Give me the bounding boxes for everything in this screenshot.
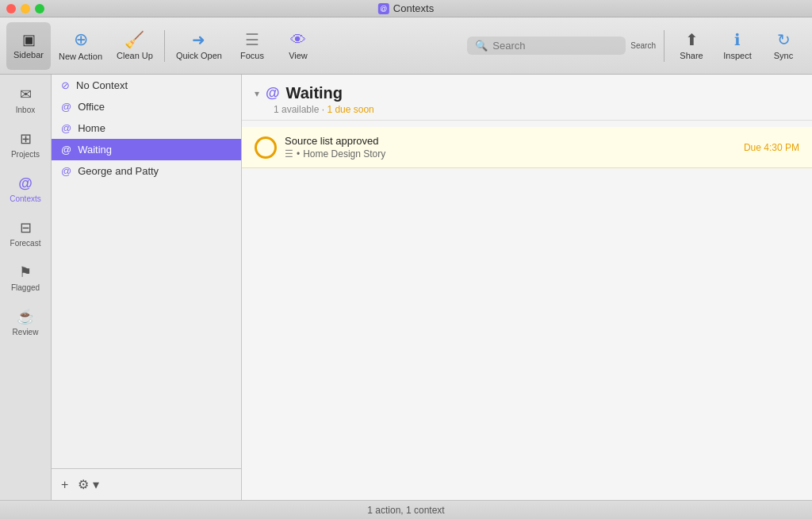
title-bar: @ Contexts: [0, 0, 812, 17]
context-list-spacer: [52, 182, 241, 468]
clean-up-label: Clean Up: [117, 51, 153, 60]
sync-label: Sync: [774, 51, 793, 60]
maximize-button[interactable]: [35, 4, 44, 13]
window-controls[interactable]: [6, 4, 44, 13]
contexts-label: Contexts: [10, 194, 40, 203]
note-icon: ☰: [285, 148, 293, 160]
sidebar-item-projects[interactable]: ⊞ Projects: [3, 122, 48, 167]
sync-icon: ↻: [777, 32, 791, 48]
sidebar-item-contexts[interactable]: @ Contexts: [3, 167, 48, 211]
task-due: Due 4:30 PM: [744, 142, 799, 153]
clean-up-button[interactable]: 🧹 Clean Up: [110, 22, 159, 70]
contexts-icon: @: [18, 175, 33, 192]
app-title: Contexts: [393, 2, 434, 14]
search-icon: 🔍: [475, 40, 488, 52]
context-item-waiting[interactable]: @ Waiting: [52, 139, 241, 160]
context-list-bottom: + ⚙ ▾: [52, 468, 241, 500]
add-context-button[interactable]: +: [58, 476, 71, 494]
projects-icon: ⊞: [20, 130, 32, 148]
new-action-label: New Action: [59, 52, 102, 61]
context-subtitle: 1 available · 1 due soon: [255, 104, 799, 115]
inspect-icon: ℹ: [734, 32, 741, 48]
quick-open-icon: ➜: [192, 32, 205, 48]
sync-button[interactable]: ↻ Sync: [761, 22, 806, 70]
task-list: Source list approved ☰ • Home Design Sto…: [242, 121, 812, 500]
focus-icon: ☰: [245, 32, 259, 48]
task-project: •: [297, 148, 300, 160]
no-context-icon: ⊘: [61, 79, 70, 91]
task-subtitle-text: Home Design Story: [303, 148, 385, 160]
sidebar-item-forecast[interactable]: ⊟ Forecast: [3, 211, 48, 256]
focus-label: Focus: [240, 51, 264, 60]
main-content: ▾ @ Waiting 1 available · 1 due soon Sou…: [242, 75, 812, 500]
sidebar-button[interactable]: ▣ Sidebar: [6, 22, 51, 70]
office-icon: @: [61, 101, 71, 113]
context-at-icon: @: [266, 85, 280, 102]
share-label: Share: [680, 51, 703, 60]
status-bar: 1 action, 1 context: [0, 500, 812, 519]
clean-up-icon: 🧹: [124, 32, 144, 48]
sidebar-item-review[interactable]: ☕ Review: [3, 300, 48, 344]
share-button[interactable]: ⬆ Share: [669, 22, 714, 70]
toolbar: ▣ Sidebar ⊕ New Action 🧹 Clean Up ➜ Quic…: [0, 17, 812, 75]
task-subtitle: ☰ • Home Design Story: [285, 148, 736, 160]
sidebar-icon: ▣: [22, 33, 36, 47]
close-button[interactable]: [6, 4, 16, 13]
view-button[interactable]: 👁 View: [276, 22, 320, 70]
context-header: ▾ @ Waiting 1 available · 1 due soon: [242, 75, 812, 121]
review-label: Review: [13, 328, 39, 336]
sidebar-narrow: ✉ Inbox ⊞ Projects @ Contexts ⊟ Forecast…: [0, 75, 52, 500]
task-row[interactable]: Source list approved ☰ • Home Design Sto…: [242, 127, 812, 168]
task-title: Source list approved: [285, 135, 736, 147]
view-icon: 👁: [290, 32, 306, 48]
flagged-label: Flagged: [11, 283, 40, 292]
inspect-button[interactable]: ℹ Inspect: [715, 22, 760, 70]
task-content: Source list approved ☰ • Home Design Sto…: [285, 135, 736, 160]
inbox-icon: ✉: [20, 86, 32, 103]
focus-button[interactable]: ☰ Focus: [230, 22, 274, 70]
context-title: Waiting: [286, 84, 343, 102]
context-list: ⊘ No Context @ Office @ Home @ Waiting @…: [52, 75, 242, 500]
forecast-icon: ⊟: [20, 219, 32, 236]
sidebar-item-inbox[interactable]: ✉ Inbox: [3, 78, 48, 122]
context-item-home[interactable]: @ Home: [52, 117, 241, 139]
search-label: Search: [630, 41, 656, 50]
share-icon: ⬆: [685, 32, 699, 48]
quick-open-label: Quick Open: [176, 51, 222, 60]
available-count: 1 available: [274, 104, 319, 115]
search-container: 🔍: [467, 37, 626, 55]
forecast-label: Forecast: [10, 239, 41, 248]
quick-open-button[interactable]: ➜ Quick Open: [170, 22, 228, 70]
sidebar-item-flagged[interactable]: ⚑ Flagged: [3, 256, 48, 300]
context-item-no-context[interactable]: ⊘ No Context: [52, 75, 241, 96]
separator-2: [664, 30, 665, 62]
status-text: 1 action, 1 context: [367, 505, 444, 516]
context-header-title-row: ▾ @ Waiting: [255, 84, 799, 102]
context-item-office[interactable]: @ Office: [52, 96, 241, 117]
review-icon: ☕: [17, 308, 34, 325]
window-title: @ Contexts: [378, 2, 434, 14]
office-label: Office: [78, 101, 105, 113]
context-item-george-patty[interactable]: @ George and Patty: [52, 160, 241, 182]
task-complete-button[interactable]: [255, 136, 277, 159]
minimize-button[interactable]: [21, 4, 30, 13]
waiting-label: Waiting: [78, 144, 112, 156]
new-action-button[interactable]: ⊕ New Action: [52, 22, 109, 70]
george-patty-label: George and Patty: [78, 165, 159, 177]
inspect-label: Inspect: [723, 51, 751, 60]
home-label: Home: [78, 122, 105, 134]
main-layout: ✉ Inbox ⊞ Projects @ Contexts ⊟ Forecast…: [0, 75, 812, 500]
sidebar-label: Sidebar: [13, 50, 44, 60]
flagged-icon: ⚑: [19, 263, 32, 281]
inbox-label: Inbox: [16, 106, 35, 114]
collapse-arrow-icon[interactable]: ▾: [255, 88, 259, 99]
george-patty-icon: @: [61, 165, 71, 177]
view-label: View: [289, 51, 308, 60]
no-context-label: No Context: [76, 79, 128, 91]
context-settings-button[interactable]: ⚙ ▾: [75, 475, 102, 494]
due-soon-count: 1 due soon: [327, 104, 373, 115]
waiting-icon: @: [61, 144, 71, 156]
search-input[interactable]: [492, 40, 603, 52]
projects-label: Projects: [11, 150, 40, 159]
app-icon: @: [378, 3, 389, 14]
